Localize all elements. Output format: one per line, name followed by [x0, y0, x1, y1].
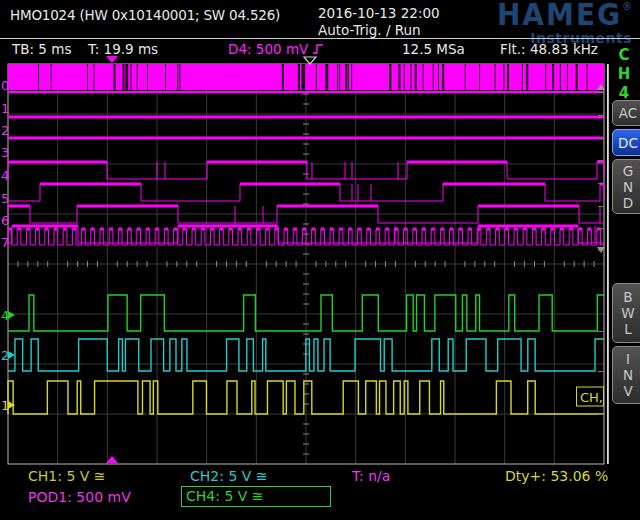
svg-text:4: 4: [1, 308, 9, 323]
waveform-display: 01234567421CH,: [0, 0, 640, 520]
sidebar-button-ac[interactable]: AC: [612, 100, 640, 126]
svg-text:4: 4: [1, 168, 9, 183]
svg-text:6: 6: [1, 213, 9, 228]
ch4-readout: CH4: 5 V ≅: [186, 488, 264, 504]
sidebar-button-inv[interactable]: INV: [612, 346, 640, 404]
svg-text:1: 1: [1, 398, 9, 413]
ch2-readout: CH2: 5 V ≅: [190, 468, 268, 484]
ch4-readout-box[interactable]: CH4: 5 V ≅: [181, 486, 331, 507]
sidebar-button-bwl[interactable]: BWL: [612, 283, 640, 343]
svg-text:0: 0: [1, 78, 9, 93]
svg-text:2: 2: [1, 348, 9, 363]
svg-text:5: 5: [1, 191, 9, 206]
svg-text:CH,: CH,: [580, 390, 603, 405]
trigger-frequency-readout: T: n/a: [352, 468, 390, 484]
svg-text:2: 2: [1, 123, 9, 138]
svg-text:3: 3: [1, 145, 9, 160]
sidebar-button-dc[interactable]: DC: [612, 129, 640, 156]
duty-cycle-readout: Dty+: 53.06 %: [505, 468, 608, 484]
oscilloscope-screen: HMO1024 (HW 0x10140001; SW 04.526) 2016-…: [0, 0, 640, 520]
pod1-readout: POD1: 500 mV: [28, 489, 131, 505]
svg-text:1: 1: [1, 101, 9, 116]
ch1-readout: CH1: 5 V ≅: [28, 468, 106, 484]
sidebar-button-gnd[interactable]: GND: [612, 159, 640, 214]
svg-text:7: 7: [1, 235, 9, 250]
sidebar-channel-title: CH4: [616, 46, 632, 103]
